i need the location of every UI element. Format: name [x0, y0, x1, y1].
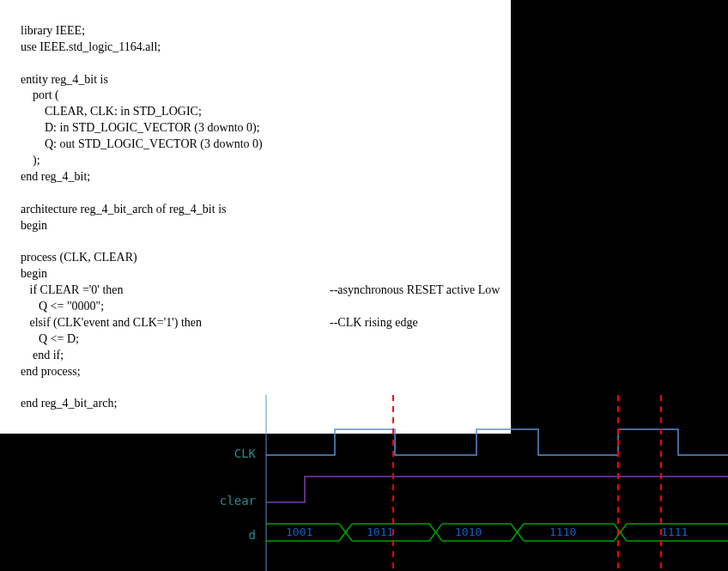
clear-label: clear — [204, 494, 256, 507]
d-value: 1010 — [455, 525, 482, 538]
code-line: end reg_4_bit; — [21, 170, 90, 183]
code-line: D: in STD_LOGIC_VECTOR (3 downto 0); — [21, 121, 260, 134]
code-line: begin — [21, 219, 47, 232]
code-line: architecture reg_4_bit_arch of reg_4_bit… — [21, 203, 226, 216]
code-line: end process; — [21, 365, 81, 378]
code-line: elsif (CLK'event and CLK='1') then--CLK … — [21, 316, 418, 329]
code-line: port ( — [21, 88, 59, 101]
timing-svg — [0, 395, 728, 571]
code-line: Q: out STD_LOGIC_VECTOR (3 downto 0) — [21, 137, 263, 150]
code-line: end if; — [21, 349, 64, 361]
d-value: 1011 — [367, 525, 393, 538]
d-value: 1110 — [549, 525, 576, 538]
code-line: ); — [21, 154, 40, 167]
d-value: 1001 — [286, 525, 312, 538]
code-line: library IEEE; — [21, 24, 85, 37]
vhdl-code-block: library IEEE; use IEEE.std_logic_1164.al… — [0, 0, 511, 434]
code-line: process (CLK, CLEAR) — [21, 251, 137, 264]
timing-diagram: CLK clear d 1001 1011 1010 1110 1111 — [0, 395, 728, 571]
d-label: d — [204, 528, 256, 542]
code-line: begin — [21, 267, 47, 280]
code-line: CLEAR, CLK: in STD_LOGIC; — [21, 105, 202, 118]
d-value: 1111 — [661, 525, 688, 538]
code-line: use IEEE.std_logic_1164.all; — [21, 40, 161, 53]
code-line: Q <= "0000"; — [21, 300, 104, 313]
clk-label: CLK — [204, 446, 256, 460]
code-line: Q <= D; — [21, 332, 79, 345]
code-line: entity reg_4_bit is — [21, 73, 108, 86]
code-line: if CLEAR ='0' then--asynchronous RESET a… — [21, 283, 500, 296]
